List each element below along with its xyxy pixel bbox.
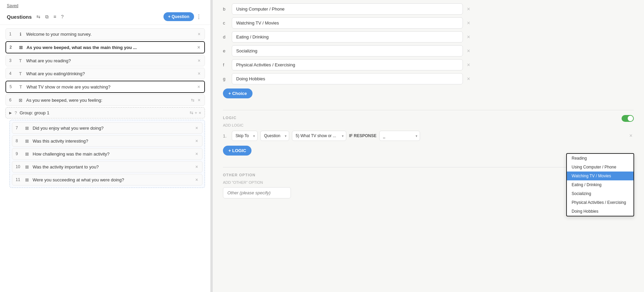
question-text: Was this activity interesting? <box>33 139 192 144</box>
question-item[interactable]: 9 ⊠ How challenging was the main activit… <box>12 148 203 160</box>
close-icon[interactable]: × <box>195 177 199 182</box>
group-item[interactable]: ▶ ? Group: group 1 ⇆ + × <box>5 107 205 118</box>
skip-to-select[interactable]: Skip To <box>232 131 258 141</box>
choice-remove-icon[interactable]: × <box>466 76 471 82</box>
question-item[interactable]: 10 ⊠ Was the activity important to you? … <box>12 161 203 173</box>
question-text: Was the activity important to you? <box>33 164 192 169</box>
group-shuffle-icon[interactable]: ⇆ <box>190 110 193 115</box>
choice-remove-icon[interactable]: × <box>466 34 471 40</box>
question-number: 8 <box>16 139 21 143</box>
checkbox-icon: ⊠ <box>24 177 30 182</box>
question-number: 10 <box>16 164 21 169</box>
dropdown-item-physical[interactable]: Physical Activities / Exercising <box>567 198 633 207</box>
close-icon[interactable]: × <box>195 138 199 144</box>
info-icon: ℹ <box>17 32 23 37</box>
group-add-icon[interactable]: + <box>195 110 197 115</box>
choice-remove-icon[interactable]: × <box>466 62 471 68</box>
choice-letter: c <box>223 20 229 26</box>
choice-input-d[interactable] <box>232 31 463 43</box>
group-close-icon[interactable]: × <box>198 110 201 115</box>
close-icon[interactable]: × <box>197 71 201 76</box>
add-choice-button[interactable]: + Choice <box>223 88 253 98</box>
choice-remove-icon[interactable]: × <box>466 20 471 26</box>
choice-row: c × <box>223 17 634 29</box>
group-type-icon: ? <box>15 111 17 115</box>
choice-input-f[interactable] <box>232 59 463 70</box>
question-number: 1 <box>9 32 15 36</box>
close-icon[interactable]: × <box>195 125 199 131</box>
question-type-select[interactable]: Question <box>260 131 289 141</box>
checkbox-icon: ⊠ <box>24 151 30 157</box>
expand-arrow-icon: ▶ <box>9 111 12 115</box>
help-icon[interactable]: ? <box>60 13 65 20</box>
dropdown-item-eating[interactable]: Eating / Drinking <box>567 180 633 189</box>
saved-link[interactable]: Saved <box>7 3 18 8</box>
checkbox-icon: ⊠ <box>24 164 30 169</box>
question-item[interactable]: 4 T What are you eating/drinking? × <box>5 68 205 79</box>
question-number: 4 <box>9 71 15 76</box>
question-item[interactable]: 11 ⊠ Were you succeeding at what you wer… <box>12 174 203 185</box>
list-icon[interactable]: ≡ <box>52 13 57 20</box>
question-target-select[interactable]: 5) What TV show or ... <box>292 131 346 141</box>
close-icon[interactable]: × <box>195 151 199 157</box>
dropdown-item-watching-tv[interactable]: Watching TV / Movies <box>567 172 633 180</box>
choice-row: b × <box>223 3 634 15</box>
question-text: Welcome to your morning survey. <box>26 32 194 37</box>
choice-letter: f <box>223 62 229 67</box>
choice-letter: b <box>223 6 229 12</box>
close-icon[interactable]: × <box>197 45 201 50</box>
logic-toggle[interactable] <box>622 115 634 122</box>
question-item[interactable]: 3 T What are you reading? × <box>5 55 205 66</box>
dropdown-item-socializing[interactable]: Socializing <box>567 189 633 198</box>
other-option-title: OTHER OPTION <box>223 173 256 177</box>
more-options-button[interactable]: ⋮ <box>194 13 204 21</box>
checkbox-icon: ⊠ <box>24 139 30 144</box>
choice-remove-icon[interactable]: × <box>466 6 471 12</box>
choice-input-b[interactable] <box>232 3 463 15</box>
question-item[interactable]: 2 ⊠ As you were beeped, what was the mai… <box>5 41 205 53</box>
question-item[interactable]: 7 ⊠ Did you enjoy what you were doing? × <box>12 122 203 134</box>
question-number: 3 <box>9 58 15 63</box>
dropdown-item-hobbies[interactable]: Doing Hobbies <box>567 207 633 216</box>
choice-row: e × <box>223 45 634 56</box>
checkbox-icon: ⊠ <box>24 126 30 131</box>
text-icon: T <box>17 71 23 76</box>
dropdown-item-computer[interactable]: Using Computer / Phone <box>567 163 633 172</box>
choice-input-c[interactable] <box>232 17 463 29</box>
question-item[interactable]: 1 ℹ Welcome to your morning survey. × <box>5 28 205 40</box>
question-number: 2 <box>10 45 15 50</box>
choice-input-e[interactable] <box>232 45 463 56</box>
question-item[interactable]: 8 ⊠ Was this activity interesting? × <box>12 135 203 147</box>
logic-remove-icon[interactable]: × <box>628 133 634 139</box>
if-response-wrapper: _ ▾ <box>379 131 420 141</box>
question-item[interactable]: 6 ⊠ As you were beeped, were you feeling… <box>5 94 205 106</box>
shuffle-icon[interactable]: ⇆ <box>35 13 42 20</box>
choice-remove-icon[interactable]: × <box>466 48 471 54</box>
if-response-select[interactable]: _ <box>379 131 420 141</box>
close-icon[interactable]: × <box>195 164 199 169</box>
pin-icon: ⇆ <box>191 98 194 102</box>
close-icon[interactable]: × <box>197 58 201 63</box>
choice-letter: e <box>223 48 229 53</box>
question-number: 6 <box>9 98 15 102</box>
question-text: What are you reading? <box>26 58 194 63</box>
if-response-label: IF RESPONSE <box>349 133 377 138</box>
close-icon[interactable]: × <box>197 31 201 37</box>
close-icon[interactable]: × <box>197 97 201 103</box>
group-label: Group: group 1 <box>20 110 187 115</box>
group-actions: ⇆ + × <box>190 110 201 115</box>
add-logic-button[interactable]: + LOGIC <box>223 146 251 156</box>
choice-letter: d <box>223 34 229 39</box>
choice-input-g[interactable] <box>232 73 463 84</box>
close-icon[interactable]: × <box>197 84 201 90</box>
if-response-dropdown[interactable]: Reading Using Computer / Phone Watching … <box>566 153 634 216</box>
choices-container: b × c × d × e × f × g × <box>223 3 634 84</box>
copy-icon[interactable]: ⧉ <box>44 13 50 20</box>
question-target-wrapper: 5) What TV show or ... ▾ <box>292 131 346 141</box>
dropdown-item-reading[interactable]: Reading <box>567 154 633 163</box>
question-text: As you were beeped, what was the main th… <box>27 45 194 50</box>
question-item[interactable]: 5 T What TV show or movie are you watchi… <box>5 81 205 93</box>
add-question-button[interactable]: + Question <box>163 12 194 21</box>
question-number: 5 <box>10 84 15 89</box>
other-option-input[interactable] <box>223 187 291 198</box>
